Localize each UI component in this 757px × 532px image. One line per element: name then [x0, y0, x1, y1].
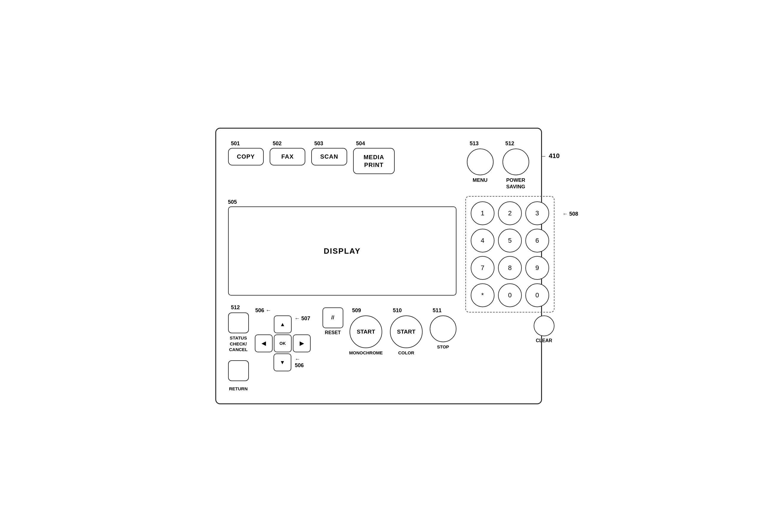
start-mono-block: 509 START MONOCHROME [349, 307, 383, 356]
ref-507-label: ← 507 [295, 315, 310, 322]
dpad-right-button[interactable]: ▶ [293, 334, 311, 352]
right-side: ← 508 1 2 3 4 5 6 7 8 9 * 0 0 [465, 196, 555, 343]
dpad-up-button[interactable]: ▲ [274, 315, 292, 333]
panel-ref: 410 [549, 152, 560, 160]
control-panel: 501 COPY 502 FAX 503 SCAN 504 MEDIAPRINT… [215, 128, 542, 404]
start-stop-section: 509 START MONOCHROME 510 START COLOR 511 [349, 307, 456, 356]
ref-512-top: 512 [505, 141, 514, 147]
numpad-0-1[interactable]: 0 [498, 283, 522, 307]
ref-502: 502 [273, 141, 282, 147]
start-color-button[interactable]: START [390, 315, 423, 348]
return-button[interactable] [228, 360, 249, 381]
stop-block: 511 STOP [430, 307, 456, 350]
dpad-left-button[interactable]: ◀ [255, 334, 273, 352]
reset-button[interactable]: // [322, 307, 343, 328]
start-mono-button[interactable]: START [349, 315, 382, 348]
display-screen: DISPLAY [228, 206, 456, 296]
ref-506-label: 506 ← [256, 307, 271, 314]
dpad-bottom-row: ▼ ← 506 [255, 354, 311, 371]
ref-506-bottom-label: ← 506 [295, 356, 311, 369]
top-buttons-row: 501 COPY 502 FAX 503 SCAN 504 MEDIAPRINT… [228, 141, 529, 190]
media-print-btn-wrapper: 504 MEDIAPRINT [353, 141, 395, 174]
numpad-8[interactable]: 8 [498, 256, 522, 280]
ref-504: 504 [356, 141, 365, 147]
numpad-9[interactable]: 9 [525, 256, 549, 280]
reset-label: RESET [325, 330, 341, 335]
dpad-middle-row: ◀ OK ▶ [255, 334, 311, 352]
ref-510: 510 [393, 307, 402, 314]
lower-section: 512 STATUS CHECK/CANCEL RETURN 506 ← [228, 304, 456, 391]
dpad-top-row: ▲ ← 507 [255, 315, 311, 333]
numpad-grid: 1 2 3 4 5 6 7 8 9 * 0 0 [465, 196, 555, 312]
clear-button[interactable] [534, 315, 555, 336]
ref-508: ← 508 [562, 211, 578, 217]
ref-513: 513 [470, 141, 479, 147]
copy-btn-wrapper: 501 COPY [228, 141, 264, 166]
status-check-button[interactable] [228, 312, 249, 333]
dpad-ok-button[interactable]: OK [274, 334, 292, 352]
menu-label: MENU [472, 177, 487, 184]
start-mono-label: MONOCHROME [349, 350, 383, 356]
dpad-wrapper: 506 ← ▲ ← 507 ◀ OK ▶ [255, 307, 311, 371]
ref-511: 511 [433, 307, 441, 314]
start-color-label: COLOR [398, 350, 414, 356]
start-color-block: 510 START COLOR [390, 307, 423, 356]
ref-505: 505 [228, 199, 456, 205]
status-cancel-block: 512 STATUS CHECK/CANCEL RETURN [228, 304, 249, 391]
numpad-3[interactable]: 3 [525, 202, 549, 225]
numpad-7[interactable]: 7 [471, 256, 495, 280]
numpad-0-2[interactable]: 0 [525, 283, 549, 307]
top-right-buttons: 513 MENU 512 POWERSAVING [467, 141, 529, 190]
numpad-4[interactable]: 4 [471, 229, 495, 253]
menu-button[interactable] [467, 148, 494, 175]
left-side: 505 DISPLAY 512 STATUS CHECK/CANCEL [228, 199, 456, 391]
ref-509: 509 [352, 307, 361, 314]
copy-button[interactable]: COPY [228, 148, 264, 166]
stop-button[interactable] [430, 315, 456, 342]
reset-block: // RESET [322, 307, 343, 335]
ref-512-lower: 512 [231, 304, 240, 311]
menu-btn-wrapper: 513 MENU [467, 141, 494, 184]
ref-label-410: ← 410 [539, 151, 560, 161]
ref-503: 503 [314, 141, 323, 147]
stop-label: STOP [437, 344, 449, 350]
numpad-1[interactable]: 1 [471, 202, 495, 225]
power-saving-button[interactable] [502, 148, 529, 175]
numpad-2[interactable]: 2 [498, 202, 522, 225]
status-check-label: STATUS CHECK/CANCEL [228, 335, 249, 353]
return-label: RETURN [229, 386, 248, 392]
scan-btn-wrapper: 503 SCAN [311, 141, 347, 166]
scan-button[interactable]: SCAN [311, 148, 347, 166]
numpad-5[interactable]: 5 [498, 229, 522, 253]
power-saving-btn-wrapper: 512 POWERSAVING [502, 141, 529, 190]
numpad-star[interactable]: * [471, 283, 495, 307]
clear-block: CLEAR [534, 315, 555, 343]
power-saving-label: POWERSAVING [506, 177, 525, 190]
dpad-down-button[interactable]: ▼ [274, 354, 291, 371]
media-print-button[interactable]: MEDIAPRINT [353, 148, 395, 174]
ref-501: 501 [231, 141, 240, 147]
fax-btn-wrapper: 502 FAX [270, 141, 305, 166]
numpad-6[interactable]: 6 [525, 229, 549, 253]
main-content: 505 DISPLAY 512 STATUS CHECK/CANCEL [228, 199, 529, 391]
clear-label: CLEAR [536, 338, 552, 343]
display-label: DISPLAY [324, 247, 361, 256]
fax-button[interactable]: FAX [270, 148, 305, 166]
numpad-wrapper: ← 508 1 2 3 4 5 6 7 8 9 * 0 0 [465, 196, 555, 312]
